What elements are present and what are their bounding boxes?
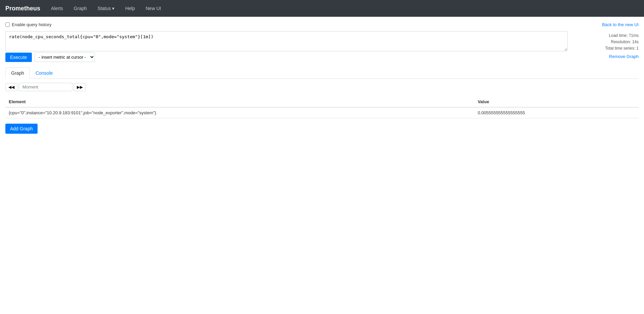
time-forward-button[interactable]: ▶▶: [74, 83, 86, 91]
navbar: Prometheus Alerts Graph Status ▾ Help Ne…: [0, 0, 644, 17]
enable-query-history-label[interactable]: Enable query history: [5, 22, 52, 27]
graph-tab[interactable]: Graph: [5, 67, 30, 79]
element-cell: {cpu="0",instance="10.20.9.183:9101",job…: [5, 107, 474, 118]
enable-query-history-checkbox[interactable]: [5, 22, 10, 27]
query-textarea[interactable]: rate(node_cpu_seconds_total{cpu="0",mode…: [5, 31, 568, 51]
table-body: {cpu="0",instance="10.20.9.183:9101",job…: [5, 107, 639, 118]
graph-link[interactable]: Graph: [71, 4, 90, 12]
remove-graph-row: Remove Graph: [572, 54, 639, 59]
result-table: Element Value {cpu="0",instance="10.20.9…: [5, 97, 639, 118]
load-time-stat: Load time: 71ms: [572, 33, 639, 39]
status-link[interactable]: Status ▾: [95, 4, 117, 12]
add-graph-button[interactable]: Add Graph: [5, 124, 38, 134]
back-to-new-ui-link[interactable]: Back to the new UI: [602, 22, 639, 27]
time-back-button[interactable]: ◀◀: [5, 83, 17, 91]
query-stats: Load time: 71ms Resolution: 14s Total ti…: [572, 31, 639, 59]
status-label: Status: [98, 6, 111, 11]
query-controls-left: Execute - insert metric at cursor -: [5, 52, 95, 62]
top-bar: Enable query history Back to the new UI: [5, 22, 639, 27]
main-content: Enable query history Back to the new UI …: [0, 17, 644, 139]
dropdown-arrow-icon: ▾: [112, 6, 114, 11]
remove-graph-link[interactable]: Remove Graph: [609, 54, 639, 59]
stats-area: Load time: 71ms Resolution: 14s Total ti…: [572, 33, 639, 52]
query-row: rate(node_cpu_seconds_total{cpu="0",mode…: [5, 31, 639, 62]
insert-metric-select[interactable]: - insert metric at cursor -: [35, 52, 95, 62]
value-column-header: Value: [474, 97, 639, 107]
resolution-stat: Resolution: 14s: [572, 39, 639, 45]
execute-button[interactable]: Execute: [5, 53, 32, 62]
table-row: {cpu="0",instance="10.20.9.183:9101",job…: [5, 107, 639, 118]
help-link[interactable]: Help: [122, 4, 138, 12]
tabs: Graph Console: [5, 67, 639, 79]
new-ui-link[interactable]: New UI: [143, 4, 164, 12]
element-column-header: Element: [5, 97, 474, 107]
value-cell: 0.005555555555555555: [474, 107, 639, 118]
query-controls: Execute - insert metric at cursor -: [5, 52, 568, 62]
navbar-brand[interactable]: Prometheus: [5, 5, 40, 12]
moment-input[interactable]: [19, 83, 72, 91]
total-time-series-stat: Total time series: 1: [572, 45, 639, 52]
query-left: rate(node_cpu_seconds_total{cpu="0",mode…: [5, 31, 568, 62]
time-controls: ◀◀ ▶▶: [5, 83, 639, 91]
query-box-wrapper: rate(node_cpu_seconds_total{cpu="0",mode…: [5, 31, 568, 52]
console-tab[interactable]: Console: [30, 67, 58, 78]
table-header: Element Value: [5, 97, 639, 107]
alerts-link[interactable]: Alerts: [48, 4, 66, 12]
